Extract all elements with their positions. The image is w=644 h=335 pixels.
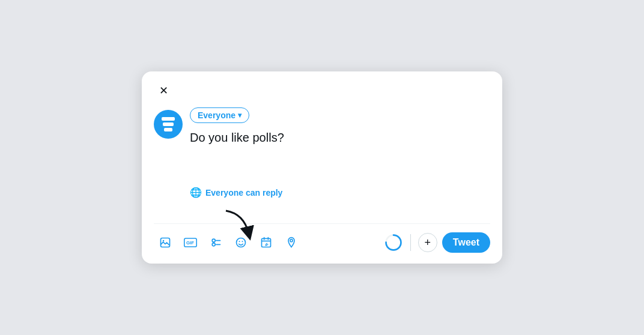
poll-icon: [210, 237, 222, 249]
compose-modal: ✕ Everyone ▾ 🌐 Everyone can reply: [142, 71, 502, 264]
svg-point-4: [212, 239, 215, 242]
avatar-icon: [162, 117, 175, 131]
svg-point-9: [239, 241, 240, 242]
poll-button[interactable]: [204, 231, 227, 254]
tweet-text-input[interactable]: [190, 129, 490, 177]
image-icon: [159, 237, 171, 249]
compose-area: Everyone ▾ 🌐 Everyone can reply: [154, 107, 490, 221]
image-button[interactable]: [154, 231, 177, 254]
add-thread-button[interactable]: +: [418, 233, 437, 252]
compose-right: Everyone ▾ 🌐 Everyone can reply: [190, 107, 490, 216]
emoji-icon: [235, 237, 247, 249]
plus-icon: +: [425, 237, 431, 249]
chevron-down-icon: ▾: [238, 111, 242, 119]
svg-point-8: [237, 238, 246, 247]
gif-button[interactable]: GIF: [179, 231, 202, 254]
avatar-layer-2: [163, 122, 174, 126]
toolbar-right: + Tweet: [384, 232, 490, 253]
reply-permission[interactable]: 🌐 Everyone can reply: [190, 182, 490, 201]
avatar-layer-3: [164, 128, 172, 131]
schedule-icon: [260, 237, 272, 249]
audience-label: Everyone: [198, 110, 235, 120]
reply-permission-label: Everyone can reply: [205, 188, 282, 198]
tweet-button[interactable]: Tweet: [442, 232, 490, 253]
close-button[interactable]: ✕: [154, 81, 173, 100]
location-icon: [286, 237, 297, 249]
avatar: [154, 110, 183, 139]
svg-point-10: [242, 241, 243, 242]
schedule-button[interactable]: [255, 231, 278, 254]
globe-icon: 🌐: [190, 187, 202, 198]
avatar-layer-1: [162, 117, 175, 121]
toolbar: GIF: [154, 226, 490, 256]
character-count-circle: [384, 233, 403, 252]
svg-point-1: [163, 240, 165, 242]
svg-point-15: [290, 240, 293, 242]
modal-header: ✕: [154, 81, 490, 100]
divider: [154, 223, 490, 224]
location-button[interactable]: [280, 231, 303, 254]
toolbar-icons: GIF: [154, 231, 384, 254]
gif-icon: GIF: [184, 237, 197, 248]
audience-selector-button[interactable]: Everyone ▾: [190, 107, 249, 123]
svg-text:GIF: GIF: [186, 240, 194, 246]
emoji-button[interactable]: [229, 231, 252, 254]
svg-point-6: [212, 243, 215, 246]
vertical-divider: [410, 234, 411, 251]
